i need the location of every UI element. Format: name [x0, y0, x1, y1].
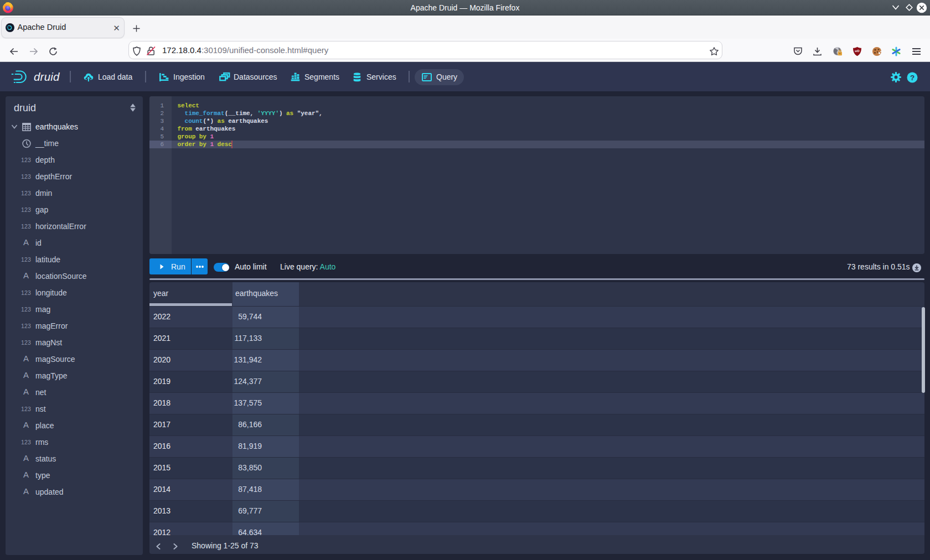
svg-text:?: ?: [910, 74, 914, 82]
svg-text:uO: uO: [855, 49, 860, 53]
